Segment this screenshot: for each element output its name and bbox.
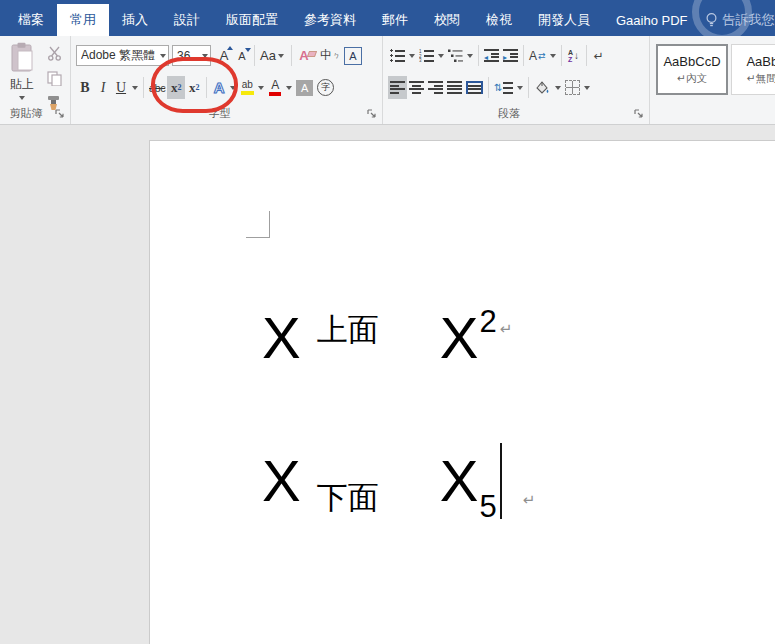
shading-button[interactable]	[532, 76, 553, 99]
doc-line-subscript-demo[interactable]: X 下面 X 5 ↵	[262, 436, 535, 509]
sort-arrow-icon: ↓	[574, 50, 579, 61]
svg-text:3: 3	[419, 58, 422, 62]
clear-formatting-button[interactable]: A	[295, 44, 313, 67]
bullet-list-dropdown-arrow[interactable]	[409, 54, 415, 58]
justify-icon	[447, 81, 462, 94]
separator	[528, 77, 529, 98]
tab-references[interactable]: 參考資料	[291, 4, 369, 36]
shrink-font-button[interactable]: A	[233, 44, 251, 67]
underline-button[interactable]: U	[112, 76, 130, 99]
tab-gaaiho-pdf[interactable]: Gaaiho PDF	[603, 4, 701, 36]
bold-button[interactable]: B	[76, 76, 94, 99]
style-no-spacing[interactable]: AaBbC ↵無間距	[731, 44, 775, 95]
paste-label: 貼上	[10, 76, 34, 93]
paragraph-mark-icon: ↵	[500, 321, 513, 336]
highlight-dropdown-arrow[interactable]	[258, 86, 264, 90]
enclose-characters-button[interactable]: 字	[315, 76, 336, 99]
change-case-dropdown-arrow	[278, 54, 284, 58]
paste-dropdown-arrow[interactable]	[19, 96, 25, 100]
line-spacing-button[interactable]: ⇅	[492, 76, 515, 99]
separator	[586, 45, 587, 66]
asian-layout-dropdown-arrow[interactable]	[550, 54, 556, 58]
numbered-list-button[interactable]: 1 2 3	[417, 44, 436, 67]
align-left-button[interactable]	[388, 76, 407, 99]
doc-line-superscript-demo[interactable]: X 上面 X 2 ↵	[262, 293, 512, 366]
clipboard-group-label: 剪貼簿	[0, 106, 52, 121]
tell-me-box[interactable]: 告訴我您	[705, 4, 775, 36]
justify-button[interactable]	[445, 76, 464, 99]
font-color-bar	[269, 92, 281, 96]
style-name: ↵無間距	[747, 72, 775, 86]
paint-bucket-icon	[534, 80, 551, 95]
text-effects-button[interactable]: A	[210, 76, 228, 99]
align-right-button[interactable]	[426, 76, 445, 99]
copy-button[interactable]	[44, 69, 64, 87]
cut-button[interactable]	[44, 44, 64, 62]
tab-file[interactable]: 檔案	[5, 4, 57, 36]
borders-button[interactable]	[563, 76, 582, 99]
highlight-color-bar	[241, 91, 254, 95]
asian-layout-button[interactable]: A ⇄	[527, 44, 548, 67]
text-effects-glyph: A	[214, 79, 225, 96]
superscript-digit: 2	[196, 83, 200, 92]
tab-mailings[interactable]: 郵件	[369, 4, 421, 36]
align-center-icon	[409, 81, 424, 94]
font-group-label: 字型	[71, 106, 368, 121]
tab-developer[interactable]: 開發人員	[525, 4, 603, 36]
font-color-button[interactable]: A	[266, 76, 284, 99]
highlight-color-button[interactable]: ab	[238, 76, 256, 99]
font-dialog-launcher[interactable]	[367, 109, 377, 119]
increase-indent-button[interactable]: ▸	[501, 44, 520, 67]
distribute-icon	[466, 81, 483, 94]
grow-font-button[interactable]: A	[215, 44, 233, 67]
align-center-button[interactable]	[407, 76, 426, 99]
subscript-button[interactable]: x2	[167, 76, 185, 99]
superscript-button[interactable]: x2	[185, 76, 203, 99]
tab-layout[interactable]: 版面配置	[213, 4, 291, 36]
separator	[488, 77, 489, 98]
character-shading-button[interactable]: A	[294, 76, 315, 99]
margin-corner-mark	[246, 211, 270, 238]
tab-design[interactable]: 設計	[161, 4, 213, 36]
underline-dropdown-arrow[interactable]	[132, 86, 138, 90]
paragraph-dialog-launcher[interactable]	[634, 109, 644, 119]
clipboard-dialog-launcher[interactable]	[55, 109, 65, 119]
font-color-dropdown-arrow[interactable]	[286, 86, 292, 90]
font-size-select[interactable]: 36	[172, 45, 211, 66]
numbered-list-dropdown-arrow[interactable]	[438, 54, 444, 58]
borders-dropdown-arrow[interactable]	[584, 86, 590, 90]
decrease-indent-button[interactable]: ◂	[482, 44, 501, 67]
tab-view[interactable]: 檢視	[473, 4, 525, 36]
font-size-dropdown-arrow	[202, 54, 208, 58]
change-case-button[interactable]: Aa	[258, 44, 288, 67]
style-normal[interactable]: AaBbCcD ↵內文	[656, 44, 728, 95]
multilevel-list-button[interactable]	[446, 44, 465, 67]
tab-insert[interactable]: 插入	[109, 4, 161, 36]
paste-button[interactable]: 貼上	[3, 42, 41, 116]
multilevel-list-dropdown-arrow[interactable]	[467, 54, 473, 58]
increase-indent-icon: ▸	[503, 49, 518, 62]
text-effects-dropdown-arrow[interactable]	[230, 86, 236, 90]
borders-grid-icon	[565, 80, 580, 95]
tab-home[interactable]: 常用	[57, 4, 109, 36]
show-hide-marks-button[interactable]: ↵	[590, 44, 608, 67]
distribute-button[interactable]	[464, 76, 485, 99]
phonetic-guide-button[interactable]: 中 ㄅ	[318, 44, 342, 67]
styles-group: AaBbCcD ↵內文 AaBbC ↵無間距	[650, 36, 775, 124]
doc-subscript-label: 下面	[317, 482, 379, 513]
character-border-button[interactable]: A	[342, 44, 364, 67]
shading-dropdown-arrow[interactable]	[555, 86, 561, 90]
document-page[interactable]: X 上面 X 2 ↵ X 下面 X 5 ↵	[149, 140, 775, 644]
strikethrough-button[interactable]: abc	[147, 76, 167, 99]
line-spacing-dropdown-arrow[interactable]	[517, 86, 523, 90]
font-color-glyph: A	[271, 79, 279, 91]
italic-button[interactable]: I	[94, 76, 112, 99]
sort-button[interactable]: AZ ↓	[565, 44, 583, 67]
align-right-icon	[428, 81, 443, 94]
doc-base-x: X	[262, 454, 301, 509]
style-preview: AaBbCcD	[663, 54, 720, 69]
bullet-list-button[interactable]	[388, 44, 407, 67]
tab-review[interactable]: 校閱	[421, 4, 473, 36]
font-name-select[interactable]: Adobe 繁黑體	[76, 45, 169, 66]
style-name: ↵內文	[677, 72, 707, 86]
